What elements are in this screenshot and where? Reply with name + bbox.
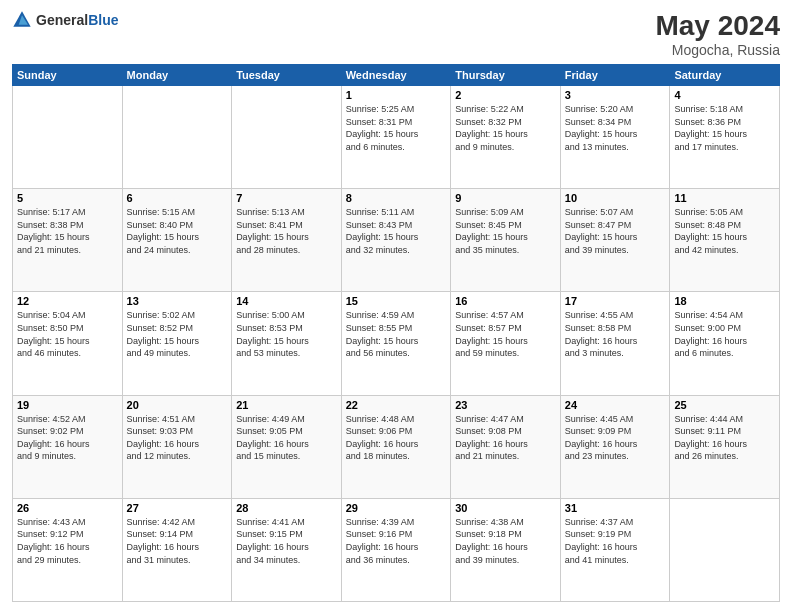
day-info: Sunrise: 4:45 AM Sunset: 9:09 PM Dayligh…	[565, 413, 666, 463]
calendar-cell: 27Sunrise: 4:42 AM Sunset: 9:14 PM Dayli…	[122, 498, 232, 601]
calendar-cell: 28Sunrise: 4:41 AM Sunset: 9:15 PM Dayli…	[232, 498, 342, 601]
day-headers-row: Sunday Monday Tuesday Wednesday Thursday…	[13, 65, 780, 86]
calendar-title: May 2024	[655, 10, 780, 42]
day-number: 9	[455, 192, 556, 204]
day-info: Sunrise: 4:55 AM Sunset: 8:58 PM Dayligh…	[565, 309, 666, 359]
day-number: 15	[346, 295, 447, 307]
calendar-cell	[670, 498, 780, 601]
day-number: 24	[565, 399, 666, 411]
calendar-cell: 30Sunrise: 4:38 AM Sunset: 9:18 PM Dayli…	[451, 498, 561, 601]
calendar-cell: 7Sunrise: 5:13 AM Sunset: 8:41 PM Daylig…	[232, 189, 342, 292]
day-number: 30	[455, 502, 556, 514]
day-info: Sunrise: 5:09 AM Sunset: 8:45 PM Dayligh…	[455, 206, 556, 256]
day-info: Sunrise: 5:25 AM Sunset: 8:31 PM Dayligh…	[346, 103, 447, 153]
calendar-cell: 12Sunrise: 5:04 AM Sunset: 8:50 PM Dayli…	[13, 292, 123, 395]
calendar-row-4: 19Sunrise: 4:52 AM Sunset: 9:02 PM Dayli…	[13, 395, 780, 498]
calendar-cell	[232, 86, 342, 189]
header-tuesday: Tuesday	[232, 65, 342, 86]
day-info: Sunrise: 5:00 AM Sunset: 8:53 PM Dayligh…	[236, 309, 337, 359]
logo-general: GeneralBlue	[36, 11, 118, 29]
title-area: May 2024 Mogocha, Russia	[655, 10, 780, 58]
calendar-cell: 13Sunrise: 5:02 AM Sunset: 8:52 PM Dayli…	[122, 292, 232, 395]
calendar-cell: 14Sunrise: 5:00 AM Sunset: 8:53 PM Dayli…	[232, 292, 342, 395]
day-info: Sunrise: 4:42 AM Sunset: 9:14 PM Dayligh…	[127, 516, 228, 566]
header-sunday: Sunday	[13, 65, 123, 86]
day-info: Sunrise: 5:13 AM Sunset: 8:41 PM Dayligh…	[236, 206, 337, 256]
day-number: 17	[565, 295, 666, 307]
day-number: 22	[346, 399, 447, 411]
day-number: 8	[346, 192, 447, 204]
header-wednesday: Wednesday	[341, 65, 451, 86]
calendar-cell: 15Sunrise: 4:59 AM Sunset: 8:55 PM Dayli…	[341, 292, 451, 395]
day-info: Sunrise: 5:22 AM Sunset: 8:32 PM Dayligh…	[455, 103, 556, 153]
calendar-location: Mogocha, Russia	[655, 42, 780, 58]
day-number: 18	[674, 295, 775, 307]
day-info: Sunrise: 5:15 AM Sunset: 8:40 PM Dayligh…	[127, 206, 228, 256]
calendar-cell: 22Sunrise: 4:48 AM Sunset: 9:06 PM Dayli…	[341, 395, 451, 498]
calendar-cell: 23Sunrise: 4:47 AM Sunset: 9:08 PM Dayli…	[451, 395, 561, 498]
calendar-row-5: 26Sunrise: 4:43 AM Sunset: 9:12 PM Dayli…	[13, 498, 780, 601]
calendar-table: Sunday Monday Tuesday Wednesday Thursday…	[12, 64, 780, 602]
calendar-row-2: 5Sunrise: 5:17 AM Sunset: 8:38 PM Daylig…	[13, 189, 780, 292]
day-number: 19	[17, 399, 118, 411]
header-monday: Monday	[122, 65, 232, 86]
day-info: Sunrise: 5:11 AM Sunset: 8:43 PM Dayligh…	[346, 206, 447, 256]
day-info: Sunrise: 4:43 AM Sunset: 9:12 PM Dayligh…	[17, 516, 118, 566]
calendar-cell: 1Sunrise: 5:25 AM Sunset: 8:31 PM Daylig…	[341, 86, 451, 189]
calendar-cell: 24Sunrise: 4:45 AM Sunset: 9:09 PM Dayli…	[560, 395, 670, 498]
day-number: 20	[127, 399, 228, 411]
day-number: 11	[674, 192, 775, 204]
day-number: 28	[236, 502, 337, 514]
calendar-cell: 3Sunrise: 5:20 AM Sunset: 8:34 PM Daylig…	[560, 86, 670, 189]
day-info: Sunrise: 4:39 AM Sunset: 9:16 PM Dayligh…	[346, 516, 447, 566]
calendar-cell: 18Sunrise: 4:54 AM Sunset: 9:00 PM Dayli…	[670, 292, 780, 395]
calendar-row-3: 12Sunrise: 5:04 AM Sunset: 8:50 PM Dayli…	[13, 292, 780, 395]
day-number: 21	[236, 399, 337, 411]
calendar-cell: 19Sunrise: 4:52 AM Sunset: 9:02 PM Dayli…	[13, 395, 123, 498]
day-info: Sunrise: 4:54 AM Sunset: 9:00 PM Dayligh…	[674, 309, 775, 359]
calendar-cell: 6Sunrise: 5:15 AM Sunset: 8:40 PM Daylig…	[122, 189, 232, 292]
day-info: Sunrise: 4:47 AM Sunset: 9:08 PM Dayligh…	[455, 413, 556, 463]
calendar-cell: 17Sunrise: 4:55 AM Sunset: 8:58 PM Dayli…	[560, 292, 670, 395]
day-number: 26	[17, 502, 118, 514]
day-number: 1	[346, 89, 447, 101]
calendar-cell: 10Sunrise: 5:07 AM Sunset: 8:47 PM Dayli…	[560, 189, 670, 292]
day-info: Sunrise: 4:38 AM Sunset: 9:18 PM Dayligh…	[455, 516, 556, 566]
day-info: Sunrise: 5:18 AM Sunset: 8:36 PM Dayligh…	[674, 103, 775, 153]
day-info: Sunrise: 4:41 AM Sunset: 9:15 PM Dayligh…	[236, 516, 337, 566]
calendar-cell: 21Sunrise: 4:49 AM Sunset: 9:05 PM Dayli…	[232, 395, 342, 498]
day-info: Sunrise: 5:04 AM Sunset: 8:50 PM Dayligh…	[17, 309, 118, 359]
calendar-cell: 16Sunrise: 4:57 AM Sunset: 8:57 PM Dayli…	[451, 292, 561, 395]
day-number: 12	[17, 295, 118, 307]
calendar-cell: 26Sunrise: 4:43 AM Sunset: 9:12 PM Dayli…	[13, 498, 123, 601]
calendar-cell: 5Sunrise: 5:17 AM Sunset: 8:38 PM Daylig…	[13, 189, 123, 292]
day-info: Sunrise: 4:37 AM Sunset: 9:19 PM Dayligh…	[565, 516, 666, 566]
header-saturday: Saturday	[670, 65, 780, 86]
day-number: 25	[674, 399, 775, 411]
day-number: 10	[565, 192, 666, 204]
page: GeneralBlue May 2024 Mogocha, Russia Sun…	[0, 0, 792, 612]
day-info: Sunrise: 4:44 AM Sunset: 9:11 PM Dayligh…	[674, 413, 775, 463]
calendar-cell: 20Sunrise: 4:51 AM Sunset: 9:03 PM Dayli…	[122, 395, 232, 498]
day-number: 7	[236, 192, 337, 204]
day-number: 13	[127, 295, 228, 307]
calendar-cell: 29Sunrise: 4:39 AM Sunset: 9:16 PM Dayli…	[341, 498, 451, 601]
header-friday: Friday	[560, 65, 670, 86]
day-info: Sunrise: 5:05 AM Sunset: 8:48 PM Dayligh…	[674, 206, 775, 256]
calendar-cell	[13, 86, 123, 189]
calendar-cell: 8Sunrise: 5:11 AM Sunset: 8:43 PM Daylig…	[341, 189, 451, 292]
day-info: Sunrise: 5:20 AM Sunset: 8:34 PM Dayligh…	[565, 103, 666, 153]
day-number: 29	[346, 502, 447, 514]
day-number: 16	[455, 295, 556, 307]
day-info: Sunrise: 5:02 AM Sunset: 8:52 PM Dayligh…	[127, 309, 228, 359]
calendar-cell: 9Sunrise: 5:09 AM Sunset: 8:45 PM Daylig…	[451, 189, 561, 292]
day-info: Sunrise: 5:07 AM Sunset: 8:47 PM Dayligh…	[565, 206, 666, 256]
day-info: Sunrise: 4:59 AM Sunset: 8:55 PM Dayligh…	[346, 309, 447, 359]
day-number: 5	[17, 192, 118, 204]
day-number: 23	[455, 399, 556, 411]
calendar-cell: 4Sunrise: 5:18 AM Sunset: 8:36 PM Daylig…	[670, 86, 780, 189]
header: GeneralBlue May 2024 Mogocha, Russia	[12, 10, 780, 58]
day-number: 27	[127, 502, 228, 514]
day-info: Sunrise: 4:48 AM Sunset: 9:06 PM Dayligh…	[346, 413, 447, 463]
day-info: Sunrise: 4:49 AM Sunset: 9:05 PM Dayligh…	[236, 413, 337, 463]
